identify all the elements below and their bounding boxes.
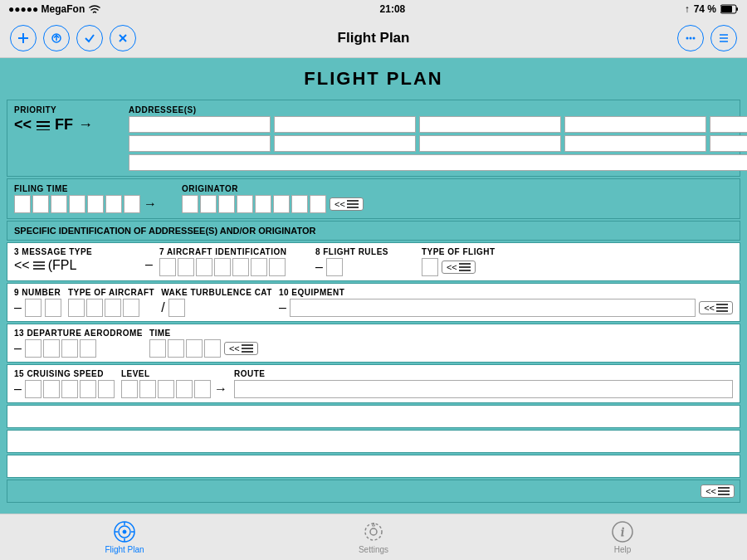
addressee-input-last[interactable] <box>129 154 747 171</box>
dt-seg-1[interactable] <box>149 339 166 358</box>
orig-seg-8[interactable] <box>310 195 326 213</box>
plus-button[interactable] <box>10 25 37 51</box>
bottom-menu-button[interactable]: << <box>701 485 735 498</box>
location-icon: ↑ <box>685 3 690 15</box>
addressee-input-3[interactable] <box>419 116 561 133</box>
addressee-input-5[interactable] <box>710 116 747 133</box>
upload-icon <box>51 32 62 44</box>
acid-seg-7[interactable] <box>269 258 286 276</box>
cs-seg-2[interactable] <box>43 380 60 398</box>
dots-icon <box>684 32 697 44</box>
dep-time-menu-button[interactable]: << <box>224 342 258 355</box>
field9-label: 9 NUMBER <box>14 288 61 297</box>
cs-seg-1[interactable] <box>25 380 42 398</box>
type-of-flight-section: TYPE OF FLIGHT << <box>422 247 733 276</box>
close-button[interactable] <box>110 25 136 51</box>
flight-rules-section: 8 FLIGHT RULES – <box>315 247 415 276</box>
filing-seg-5[interactable] <box>87 195 104 213</box>
fr-seg-1[interactable] <box>326 258 343 276</box>
dep-seg-2[interactable] <box>43 339 60 358</box>
dots-button[interactable] <box>677 25 704 51</box>
originator-menu-button[interactable]: << <box>330 197 364 211</box>
addressee-inputs: << <box>129 116 747 171</box>
dt-seg-2[interactable] <box>168 339 184 358</box>
field10-label: 10 EQUIPMENT <box>279 288 733 297</box>
svg-point-9 <box>686 37 689 39</box>
addressee-input-12[interactable] <box>564 135 706 152</box>
toa-seg-2[interactable] <box>86 299 103 317</box>
check-button[interactable] <box>76 25 103 51</box>
addressee-input-13[interactable] <box>710 135 747 152</box>
acid-seg-3[interactable] <box>196 258 212 276</box>
acid-seg-1[interactable] <box>159 258 176 276</box>
dep-seg-3[interactable] <box>61 339 78 358</box>
addressee-input-4[interactable] <box>564 116 706 133</box>
empty-row-2 <box>7 430 740 453</box>
acid-seg-5[interactable] <box>232 258 249 276</box>
filing-seg-6[interactable] <box>105 195 122 213</box>
dep-time-label: TIME <box>149 329 258 338</box>
priority-arrow-right: → <box>78 116 93 134</box>
acid-seg-2[interactable] <box>178 258 194 276</box>
specific-id-label: SPECIFIC IDENTIFICATION OF ADDRESSEE(S) … <box>14 226 315 236</box>
page-title: Flight Plan <box>338 30 410 46</box>
dt-seg-3[interactable] <box>186 339 203 358</box>
flight-plan-tab-icon <box>113 520 136 543</box>
addressee-input-2[interactable] <box>274 116 416 133</box>
form-title: FLIGHT PLAN <box>7 65 740 93</box>
orig-seg-4[interactable] <box>237 195 253 213</box>
menu-button[interactable] <box>710 25 737 51</box>
toa-seg-4[interactable] <box>123 299 139 317</box>
filing-seg-7[interactable] <box>124 195 140 213</box>
filing-seg-4[interactable] <box>69 195 85 213</box>
close-icon <box>117 32 129 44</box>
acid-seg-6[interactable] <box>251 258 267 276</box>
orig-seg-7[interactable] <box>291 195 308 213</box>
priority-value-row: << FF → <box>14 116 122 134</box>
tof-seg-1[interactable] <box>422 258 438 276</box>
status-left: ●●●●● MegaFon <box>8 3 100 15</box>
field10-input[interactable] <box>290 299 696 317</box>
tof-menu-button[interactable]: << <box>442 261 476 274</box>
upload-button[interactable] <box>43 25 70 51</box>
tab-flight-plan[interactable]: Flight Plan <box>91 520 158 554</box>
toa-seg-3[interactable] <box>105 299 121 317</box>
orig-seg-3[interactable] <box>218 195 235 213</box>
route-input[interactable] <box>234 380 733 398</box>
field10-menu-button[interactable]: << <box>699 301 733 314</box>
filing-seg-3[interactable] <box>51 195 67 213</box>
lv-seg-1[interactable] <box>121 380 138 398</box>
tab-help[interactable]: i Help <box>589 520 656 554</box>
addressee-input-1[interactable] <box>129 116 271 133</box>
addressee-input-9[interactable] <box>129 135 271 152</box>
acid-seg-4[interactable] <box>214 258 231 276</box>
dep-seg-4[interactable] <box>80 339 96 358</box>
orig-seg-5[interactable] <box>255 195 271 213</box>
f9-seg-2[interactable] <box>45 299 61 317</box>
f9-seg-1[interactable] <box>25 299 42 317</box>
lv-seg-2[interactable] <box>139 380 156 398</box>
wt-seg-1[interactable] <box>168 299 185 317</box>
plus-icon <box>17 32 29 44</box>
dt-seg-4[interactable] <box>204 339 221 358</box>
lv-seg-5[interactable] <box>194 380 211 398</box>
orig-seg-2[interactable] <box>200 195 217 213</box>
dep-seg-1[interactable] <box>25 339 42 358</box>
addressee-input-10[interactable] <box>274 135 416 152</box>
cs-seg-3[interactable] <box>61 380 78 398</box>
orig-seg-1[interactable] <box>182 195 198 213</box>
f9-dash: – <box>14 300 22 315</box>
cs-seg-5[interactable] <box>98 380 115 398</box>
fpl-text: (FPL <box>48 258 77 273</box>
orig-seg-6[interactable] <box>273 195 290 213</box>
lv-seg-4[interactable] <box>176 380 193 398</box>
toa-seg-1[interactable] <box>68 299 85 317</box>
route-label: ROUTE <box>234 369 733 378</box>
filing-seg-2[interactable] <box>32 195 49 213</box>
filing-seg-1[interactable] <box>14 195 31 213</box>
tab-settings[interactable]: Settings <box>340 520 407 554</box>
route-section: ROUTE <box>234 369 733 398</box>
addressee-input-11[interactable] <box>419 135 561 152</box>
cs-seg-4[interactable] <box>80 380 96 398</box>
lv-seg-3[interactable] <box>158 380 174 398</box>
